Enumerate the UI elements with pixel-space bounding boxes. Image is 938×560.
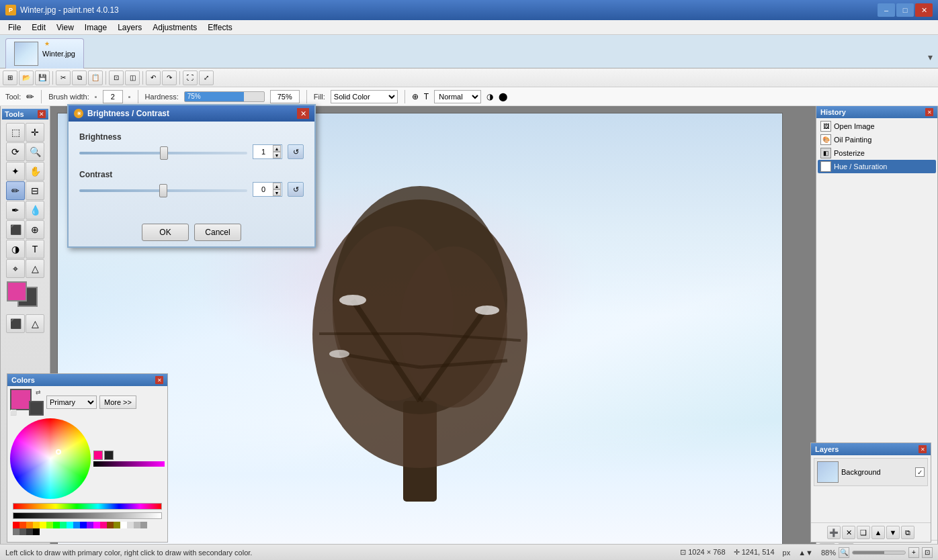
brightness-spin-up[interactable]: ▲ bbox=[273, 145, 281, 152]
copy-button[interactable]: ⧉ bbox=[72, 71, 87, 85]
color-cell-pink[interactable] bbox=[100, 522, 107, 528]
secondary-color-display[interactable] bbox=[29, 401, 44, 416]
resize-button[interactable]: ⤢ bbox=[199, 71, 214, 85]
recolor-tool[interactable]: ◑ bbox=[6, 240, 25, 259]
menu-effects[interactable]: Effects bbox=[202, 21, 237, 34]
color-cell-blue[interactable] bbox=[80, 522, 87, 528]
dialog-close-button[interactable]: ✕ bbox=[297, 108, 309, 119]
paste-button[interactable]: 📋 bbox=[88, 71, 103, 85]
color-cell-very-dark-gray[interactable] bbox=[26, 528, 33, 535]
move-layer-down-button[interactable]: ▼ bbox=[886, 526, 900, 539]
layer-visibility-toggle[interactable]: ✓ bbox=[915, 467, 925, 477]
move-layer-up-button[interactable]: ▲ bbox=[871, 526, 885, 539]
hardness-bar[interactable]: 75% bbox=[184, 91, 265, 102]
color-cell-yellow-green[interactable] bbox=[46, 522, 53, 528]
move-tool[interactable]: ✛ bbox=[26, 123, 44, 142]
gradient-tool[interactable]: ⬛ bbox=[6, 314, 25, 333]
magic-wand-tool[interactable]: ✦ bbox=[6, 162, 25, 181]
zoom-tool[interactable]: 🔍 bbox=[26, 142, 44, 161]
color-cell-dark-gray[interactable] bbox=[13, 528, 19, 535]
duplicate-layer-button[interactable]: ❑ bbox=[857, 526, 870, 539]
colors-panel-close[interactable]: ✕ bbox=[155, 376, 163, 384]
contrast-reset-button[interactable]: ↺ bbox=[288, 182, 304, 197]
color-cell-orange-red[interactable] bbox=[19, 522, 26, 528]
color-swatch-black[interactable] bbox=[104, 451, 114, 460]
text-tool[interactable]: T bbox=[26, 240, 44, 259]
color-wheel[interactable] bbox=[10, 418, 91, 499]
color-mode-select[interactable]: Primary Secondary bbox=[46, 395, 97, 409]
pencil-tool[interactable]: ✒ bbox=[6, 201, 25, 220]
menu-edit[interactable]: Edit bbox=[26, 21, 51, 34]
close-button[interactable]: ✕ bbox=[915, 3, 933, 17]
more-colors-button[interactable]: More >> bbox=[99, 395, 136, 409]
lasso-tool[interactable]: ⟳ bbox=[6, 142, 25, 161]
zoom-out-button[interactable]: 🔍 bbox=[839, 547, 849, 558]
move-selection-tool[interactable]: ⌖ bbox=[6, 259, 25, 278]
cut-button[interactable]: ✂ bbox=[56, 71, 71, 85]
maximize-button[interactable]: □ bbox=[896, 3, 914, 17]
shapes-tool[interactable]: △ bbox=[26, 259, 44, 278]
clone-stamp-tool[interactable]: ⊕ bbox=[26, 220, 44, 239]
save-button[interactable]: 💾 bbox=[35, 71, 50, 85]
color-cell-darker-gray[interactable] bbox=[19, 528, 26, 535]
tools-panel-close[interactable]: ✕ bbox=[38, 110, 46, 118]
color-cell-magenta[interactable] bbox=[93, 522, 100, 528]
color-cell-white[interactable] bbox=[120, 522, 127, 528]
undo-button[interactable]: ↶ bbox=[146, 71, 161, 85]
zoom-slider[interactable] bbox=[852, 551, 906, 555]
color-cell-green[interactable] bbox=[53, 522, 60, 528]
add-layer-button[interactable]: ➕ bbox=[827, 526, 841, 539]
blend-mode-select[interactable]: Normal Multiply Screen bbox=[434, 90, 481, 103]
hardness-input[interactable] bbox=[270, 90, 300, 103]
dialog-cancel-button[interactable]: Cancel bbox=[194, 224, 241, 241]
shapes-tool-2[interactable]: △ bbox=[26, 314, 44, 333]
pan-tool[interactable]: ✋ bbox=[26, 162, 44, 181]
swap-icon[interactable]: ⇄ bbox=[36, 389, 41, 395]
reset-colors-icon[interactable]: ⬜ bbox=[10, 410, 17, 416]
color-cell-gray[interactable] bbox=[140, 522, 147, 528]
history-item-hue[interactable]: ◨ Hue / Saturation bbox=[818, 160, 936, 173]
menu-view[interactable]: View bbox=[51, 21, 79, 34]
color-cell-cyan[interactable] bbox=[67, 522, 73, 528]
dialog-ok-button[interactable]: OK bbox=[142, 224, 189, 241]
fill-select[interactable]: Solid Color bbox=[331, 90, 398, 103]
brush-width-input[interactable] bbox=[103, 90, 123, 103]
color-cell-medium-gray[interactable] bbox=[134, 522, 140, 528]
history-item-oil[interactable]: 🎨 Oil Painting bbox=[818, 133, 936, 146]
brightness-reset-button[interactable]: ↺ bbox=[288, 144, 304, 159]
color-cell-orange[interactable] bbox=[26, 522, 33, 528]
color-swatch-pink[interactable] bbox=[93, 451, 103, 460]
history-item-open[interactable]: 🖼 Open Image bbox=[818, 120, 936, 133]
select-all-button[interactable]: ⊡ bbox=[109, 71, 124, 85]
zoom-reset-button[interactable]: ⊡ bbox=[922, 547, 933, 558]
layer-properties-button[interactable]: ⧉ bbox=[901, 526, 914, 539]
rainbow-bar[interactable] bbox=[13, 503, 162, 510]
history-panel-close[interactable]: ✕ bbox=[925, 108, 933, 116]
unit-toggle[interactable]: ▲▼ bbox=[798, 549, 813, 557]
color-cell-yellow[interactable] bbox=[33, 522, 40, 528]
zoom-in-button[interactable]: + bbox=[908, 547, 919, 558]
paint-bucket-tool[interactable]: ⬛ bbox=[6, 220, 25, 239]
contrast-slider[interactable] bbox=[79, 189, 247, 192]
rectangle-select-tool[interactable]: ⬚ bbox=[6, 123, 25, 142]
color-cell-purple[interactable] bbox=[87, 522, 93, 528]
hue-slider-small[interactable] bbox=[93, 461, 165, 467]
color-picker-tool[interactable]: 💧 bbox=[26, 201, 44, 220]
layers-panel-close[interactable]: ✕ bbox=[919, 445, 927, 453]
new-button[interactable]: ⊞ bbox=[3, 71, 17, 85]
brightness-value-input[interactable] bbox=[254, 148, 273, 156]
history-item-posterize[interactable]: ◧ Posterize bbox=[818, 146, 936, 160]
color-cell-light-gray[interactable] bbox=[127, 522, 134, 528]
menu-image[interactable]: Image bbox=[79, 21, 112, 34]
color-cell-red[interactable] bbox=[13, 522, 19, 528]
brightness-spin-down[interactable]: ▼ bbox=[273, 152, 281, 158]
color-cell-yellow-bright[interactable] bbox=[40, 522, 46, 528]
crop-button[interactable]: ⛶ bbox=[183, 71, 198, 85]
open-button[interactable]: 📂 bbox=[19, 71, 34, 85]
menu-layers[interactable]: Layers bbox=[112, 21, 147, 34]
color-cell-light-blue[interactable] bbox=[73, 522, 80, 528]
layer-item-background[interactable]: Background ✓ bbox=[814, 458, 928, 486]
bw-bar[interactable] bbox=[13, 512, 162, 519]
paintbrush-tool[interactable]: ✏ bbox=[6, 181, 25, 200]
tab-winter[interactable]: ★ Winter.jpg bbox=[5, 38, 84, 68]
